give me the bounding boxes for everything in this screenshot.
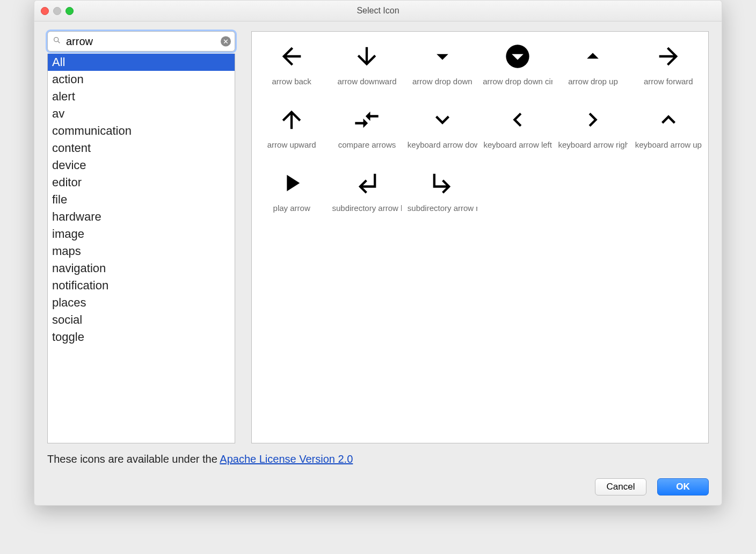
icon-grid: arrow backarrow downwardarrow drop downa… — [254, 37, 706, 227]
icon-cell[interactable]: arrow forward — [631, 37, 706, 100]
icon-cell[interactable]: keyboard arrow up — [631, 100, 706, 164]
category-item[interactable]: toggle — [48, 329, 235, 346]
icon-cell[interactable]: arrow drop down — [405, 37, 480, 100]
icon-label: keyboard arrow left — [483, 140, 552, 149]
category-item[interactable]: alert — [48, 88, 235, 105]
window-controls — [41, 7, 74, 15]
arrow-drop-up-icon — [578, 41, 608, 71]
icon-cell[interactable]: arrow downward — [329, 37, 404, 100]
titlebar: Select Icon — [34, 1, 722, 21]
icon-cell[interactable]: arrow back — [254, 37, 329, 100]
icon-cell[interactable]: arrow upward — [254, 100, 329, 164]
arrow-downward-icon — [352, 41, 382, 71]
icon-label: subdirectory arrow right — [408, 203, 477, 213]
category-item[interactable]: hardware — [48, 208, 235, 225]
zoom-window-button[interactable] — [66, 7, 74, 15]
arrow-drop-down-icon — [427, 41, 457, 71]
category-item[interactable]: places — [48, 294, 235, 311]
icon-label: keyboard arrow right — [558, 140, 628, 149]
svg-line-1 — [58, 41, 60, 43]
keyboard-arrow-left-icon — [503, 105, 533, 135]
icon-cell[interactable]: play arrow — [254, 164, 329, 227]
search-input[interactable] — [47, 31, 235, 52]
ok-button[interactable]: OK — [657, 478, 709, 495]
icon-label: subdirectory arrow left — [332, 203, 402, 213]
category-item[interactable]: navigation — [48, 260, 235, 277]
sidebar: ✕ Allactionalertavcommunicationcontentde… — [47, 31, 235, 443]
category-item[interactable]: file — [48, 191, 235, 208]
icon-label: arrow drop down — [412, 77, 473, 86]
icon-label: arrow upward — [267, 140, 316, 149]
icon-cell[interactable]: subdirectory arrow right — [405, 164, 480, 227]
icon-cell[interactable]: arrow drop up — [555, 37, 630, 100]
keyboard-arrow-right-icon — [578, 105, 608, 135]
play-arrow-icon — [277, 168, 307, 198]
category-item[interactable]: content — [48, 140, 235, 157]
clear-search-icon[interactable]: ✕ — [221, 37, 231, 47]
icon-label: keyboard arrow down — [408, 140, 477, 149]
compare-arrows-icon — [352, 105, 382, 135]
footer: These icons are available under the Apac… — [34, 448, 722, 505]
icon-label: arrow back — [272, 77, 311, 86]
minimize-window-button[interactable] — [53, 7, 61, 15]
category-item[interactable]: image — [48, 225, 235, 243]
category-item[interactable]: communication — [48, 122, 235, 140]
category-item[interactable]: editor — [48, 174, 235, 191]
license-text: These icons are available under the Apac… — [47, 453, 709, 465]
icon-cell[interactable]: keyboard arrow down — [405, 100, 480, 164]
category-item[interactable]: All — [48, 54, 235, 71]
arrow-forward-icon — [653, 41, 684, 71]
category-item[interactable]: av — [48, 105, 235, 122]
icon-label: arrow forward — [644, 77, 693, 86]
close-window-button[interactable] — [41, 7, 49, 15]
category-list[interactable]: Allactionalertavcommunicationcontentdevi… — [47, 54, 235, 443]
category-item[interactable]: action — [48, 71, 235, 88]
icon-cell[interactable]: keyboard arrow right — [555, 100, 630, 164]
icon-label: play arrow — [273, 203, 310, 213]
cancel-button[interactable]: Cancel — [595, 478, 646, 495]
category-item[interactable]: notification — [48, 277, 235, 294]
icon-label: arrow downward — [337, 77, 396, 86]
icon-cell[interactable]: keyboard arrow left — [480, 100, 555, 164]
category-item[interactable]: device — [48, 157, 235, 174]
select-icon-dialog: Select Icon ✕ Allactionalertavcommunicat… — [34, 0, 722, 506]
icon-cell[interactable]: subdirectory arrow left — [329, 164, 404, 227]
icon-cell[interactable]: compare arrows — [329, 100, 404, 164]
window-title: Select Icon — [34, 6, 722, 16]
arrow-back-icon — [277, 41, 307, 71]
subdir-right-icon — [427, 168, 457, 198]
arrow-drop-down-circle-icon — [503, 41, 533, 71]
icon-label: arrow drop down circle — [483, 77, 553, 86]
category-item[interactable]: maps — [48, 243, 235, 260]
search-icon — [53, 36, 61, 47]
keyboard-arrow-down-icon — [427, 105, 457, 135]
license-prefix: These icons are available under the — [47, 453, 220, 465]
icon-label: keyboard arrow up — [635, 140, 702, 149]
icon-grid-area: arrow backarrow downwardarrow drop downa… — [251, 31, 709, 443]
icon-label: arrow drop up — [568, 77, 618, 86]
subdir-left-icon — [352, 168, 382, 198]
license-link[interactable]: Apache License Version 2.0 — [220, 453, 353, 465]
icon-label: compare arrows — [338, 140, 396, 149]
icon-cell[interactable]: arrow drop down circle — [480, 37, 555, 100]
arrow-upward-icon — [277, 105, 307, 135]
keyboard-arrow-up-icon — [653, 105, 684, 135]
search-field-wrap: ✕ — [47, 31, 235, 52]
category-item[interactable]: social — [48, 311, 235, 329]
svg-point-0 — [54, 38, 59, 42]
